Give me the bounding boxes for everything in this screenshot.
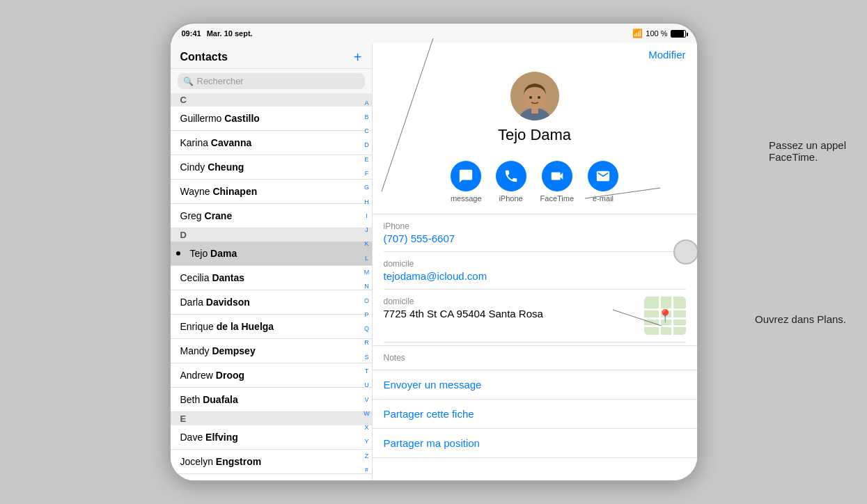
contact-item[interactable]: Darla Davidson	[171, 290, 372, 315]
address-value: 7725 4th St CA 95404 Santa Rosa	[384, 308, 543, 320]
email-action[interactable]: e-mail	[588, 161, 618, 203]
contact-hero: Tejo Dama	[373, 66, 697, 155]
alpha-T[interactable]: T	[365, 368, 369, 375]
selected-dot	[176, 251, 180, 255]
contact-name: Tejo Dama	[498, 126, 571, 144]
alpha-G[interactable]: G	[364, 184, 369, 191]
alpha-Q[interactable]: Q	[364, 326, 369, 332]
contact-item[interactable]: Greg Crane	[171, 204, 372, 228]
contact-item[interactable]: Guillermo Castillo	[171, 107, 372, 131]
address-label: domicile	[384, 297, 543, 306]
section-header-C: C	[171, 93, 372, 107]
facetime-label: FaceTime	[540, 194, 575, 203]
message-icon	[451, 161, 481, 191]
contact-item[interactable]: Dave Elfving	[171, 425, 372, 450]
contacts-title: Contacts	[180, 51, 228, 63]
share-location-link[interactable]: Partager ma position	[373, 429, 697, 458]
contact-item[interactable]: Andrew Droog	[171, 363, 372, 388]
alphabet-index: A B C D E F G H I J K L M N O	[362, 93, 372, 480]
modifier-button[interactable]: Modifier	[648, 49, 685, 61]
alpha-N[interactable]: N	[364, 283, 369, 290]
wifi-icon: 📶	[632, 29, 643, 38]
alpha-Y[interactable]: Y	[364, 439, 368, 445]
contact-item[interactable]: Enrique de la Huelga	[171, 315, 372, 339]
contact-item[interactable]: Mandy Dempsey	[171, 339, 372, 363]
phone-action[interactable]: iPhone	[496, 161, 526, 203]
notes-section: Notes	[373, 345, 697, 370]
address-row: domicile 7725 4th St CA 95404 Santa Rosa	[384, 290, 686, 342]
alpha-E[interactable]: E	[364, 157, 368, 163]
send-message-link[interactable]: Envoyer un message	[373, 370, 697, 400]
address-content: domicile 7725 4th St CA 95404 Santa Rosa	[384, 297, 543, 320]
search-field[interactable]: 🔍 Rechercher	[178, 73, 365, 89]
svg-point-8	[538, 96, 540, 99]
search-icon: 🔍	[183, 77, 194, 86]
contact-item[interactable]: Guy Eppler	[171, 474, 372, 480]
info-section: iPhone (707) 555-6607 domicile tejodama@…	[373, 214, 697, 342]
alpha-D[interactable]: D	[364, 142, 369, 148]
detail-panel: Modifier	[373, 43, 697, 480]
ipad-frame: 09:41 Mar. 10 sept. 📶 100 % Contacts +	[169, 22, 698, 482]
email-icon	[588, 161, 618, 191]
alpha-F[interactable]: F	[365, 171, 369, 177]
alpha-L[interactable]: L	[365, 255, 368, 262]
alpha-hash[interactable]: #	[365, 467, 368, 473]
alpha-Z[interactable]: Z	[365, 453, 369, 459]
contact-item-tejo[interactable]: Tejo Dama	[171, 242, 372, 266]
contacts-list: A B C D E F G H I J K L M N O	[171, 93, 372, 480]
contact-item[interactable]: Beth Duafala	[171, 388, 372, 412]
alpha-O[interactable]: O	[364, 298, 369, 304]
add-contact-button[interactable]: +	[354, 50, 362, 64]
alpha-A[interactable]: A	[364, 100, 368, 107]
contact-item[interactable]: Wayne Chinapen	[171, 180, 372, 204]
phone-value[interactable]: (707) 555-6607	[384, 233, 686, 244]
alpha-P[interactable]: P	[364, 312, 368, 318]
share-contact-link[interactable]: Partager cette fiche	[373, 400, 697, 429]
phone-label: iPhone	[499, 194, 522, 203]
alpha-K[interactable]: K	[364, 241, 368, 247]
action-buttons: message iPhone	[373, 155, 697, 214]
contact-item[interactable]: Jocelyn Engstrom	[171, 450, 372, 474]
email-label: e-mail	[593, 194, 614, 203]
phone-label-field: iPhone	[384, 221, 686, 231]
contact-item[interactable]: Cecilia Dantas	[171, 266, 372, 290]
alpha-W[interactable]: W	[364, 411, 370, 417]
alpha-U[interactable]: U	[364, 382, 369, 388]
contact-item[interactable]: Karina Cavanna	[171, 131, 372, 155]
alpha-R[interactable]: R	[364, 340, 369, 346]
home-button[interactable]	[673, 239, 698, 265]
annotation-facetime: Passez un appel FaceTime.	[769, 139, 846, 163]
facetime-icon	[542, 161, 572, 191]
alpha-C[interactable]: C	[364, 128, 369, 134]
email-value[interactable]: tejodama@icloud.com	[384, 270, 686, 282]
alpha-M[interactable]: M	[364, 269, 370, 276]
search-bar: 🔍 Rechercher	[171, 69, 372, 93]
alpha-X[interactable]: X	[364, 425, 368, 431]
search-placeholder: Rechercher	[197, 76, 244, 86]
contacts-panel: Contacts + 🔍 Rechercher A B C D	[171, 43, 373, 480]
section-header-E: E	[171, 412, 372, 425]
status-bar: 09:41 Mar. 10 sept. 📶 100 %	[171, 24, 697, 43]
email-label-field: domicile	[384, 259, 686, 269]
battery-percent: 100 %	[646, 29, 667, 38]
phone-icon	[496, 161, 526, 191]
svg-point-6	[524, 87, 546, 109]
section-header-D: D	[171, 228, 372, 242]
contact-item[interactable]: Cindy Cheung	[171, 155, 372, 180]
alpha-S[interactable]: S	[364, 354, 368, 361]
alpha-B[interactable]: B	[364, 114, 368, 120]
message-label: message	[451, 194, 482, 203]
message-action[interactable]: message	[451, 161, 482, 203]
avatar	[510, 72, 559, 120]
annotation-maps: Ouvrez dans Plans.	[755, 313, 846, 325]
phone-row: iPhone (707) 555-6607	[384, 214, 686, 252]
map-thumbnail[interactable]: 📍	[644, 297, 686, 335]
contacts-header: Contacts +	[171, 43, 372, 69]
alpha-J[interactable]: J	[365, 227, 368, 233]
alpha-V[interactable]: V	[364, 397, 368, 403]
alpha-I[interactable]: I	[366, 213, 368, 219]
facetime-action[interactable]: FaceTime	[540, 161, 575, 203]
date: Mar. 10 sept.	[207, 29, 253, 38]
alpha-H[interactable]: H	[364, 199, 369, 205]
time: 09:41	[182, 29, 201, 38]
